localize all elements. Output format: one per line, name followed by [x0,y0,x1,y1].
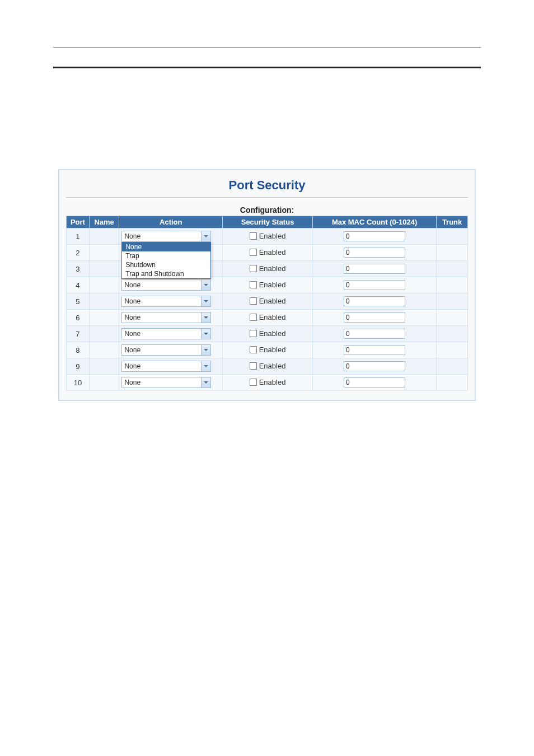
trunk-cell [437,245,468,261]
action-select-value: None [122,345,201,355]
action-select[interactable]: NoneNoneTrapShutdownTrap and Shutdown [121,231,211,242]
enabled-checkbox[interactable]: Enabled [250,362,286,370]
port-cell: 3 [67,261,90,277]
header-divider-thick [53,67,481,68]
name-cell [89,293,119,310]
name-cell [89,261,119,277]
action-select[interactable]: None [121,296,211,307]
action-select[interactable]: None [121,361,211,372]
action-select-value: None [122,231,201,241]
security-status-cell: Enabled [223,245,313,261]
max-mac-input[interactable] [344,377,405,388]
action-option[interactable]: Shutdown [122,260,210,269]
checkbox-icon[interactable] [250,232,257,240]
action-cell: None [119,310,223,326]
action-select[interactable]: None [121,312,211,323]
name-cell [89,310,119,326]
action-option[interactable]: Trap [122,251,210,260]
enabled-checkbox[interactable]: Enabled [250,346,286,354]
action-select[interactable]: None [121,328,211,339]
security-status-cell: Enabled [223,326,313,342]
max-mac-cell [313,326,437,342]
enabled-checkbox[interactable]: Enabled [250,313,286,321]
port-cell: 4 [67,277,90,293]
name-cell [89,375,119,391]
title-underline [66,197,468,198]
table-row: 6NoneEnabled [67,310,468,326]
port-cell: 10 [67,375,90,391]
column-header-trunk: Trunk [437,216,468,228]
enabled-checkbox-label: Enabled [259,362,286,370]
action-select[interactable]: None [121,377,211,388]
checkbox-icon[interactable] [250,297,257,305]
action-select-value: None [122,312,201,323]
action-select[interactable]: None [121,279,211,291]
checkbox-icon[interactable] [250,362,257,370]
security-status-cell: Enabled [223,342,313,358]
security-status-cell: Enabled [223,293,313,310]
enabled-checkbox-label: Enabled [259,232,286,240]
max-mac-input[interactable] [344,345,405,355]
checkbox-icon[interactable] [250,265,257,272]
security-status-cell: Enabled [223,228,313,245]
checkbox-icon[interactable] [250,379,257,386]
chevron-down-icon[interactable] [201,312,210,323]
action-select-value: None [122,329,201,339]
checkbox-icon[interactable] [250,314,257,321]
enabled-checkbox[interactable]: Enabled [250,297,286,305]
max-mac-cell [313,310,437,326]
max-mac-input[interactable] [344,264,405,274]
max-mac-input[interactable] [344,280,405,290]
table-row: 1NoneNoneTrapShutdownTrap and ShutdownEn… [67,228,468,245]
enabled-checkbox[interactable]: Enabled [250,248,286,256]
table-row: 5NoneEnabled [67,293,468,310]
enabled-checkbox-label: Enabled [259,378,286,386]
column-header-name: Name [89,216,119,228]
max-mac-input[interactable] [344,248,405,258]
max-mac-cell [313,245,437,261]
chevron-down-icon[interactable] [201,377,210,388]
max-mac-input[interactable] [344,231,405,241]
security-status-cell: Enabled [223,277,313,293]
header-divider-thin [53,47,481,48]
action-select[interactable]: None [121,344,211,356]
max-mac-input[interactable] [344,312,405,323]
action-cell: None [119,342,223,358]
trunk-cell [437,293,468,310]
chevron-down-icon[interactable] [201,296,210,306]
action-dropdown-list[interactable]: NoneTrapShutdownTrap and Shutdown [121,242,211,279]
checkbox-icon[interactable] [250,249,257,256]
chevron-down-icon[interactable] [201,280,210,290]
enabled-checkbox[interactable]: Enabled [250,281,286,289]
max-mac-input[interactable] [344,361,405,371]
trunk-cell [437,326,468,342]
checkbox-icon[interactable] [250,281,257,288]
action-cell: NoneNoneTrapShutdownTrap and Shutdown [119,228,223,245]
max-mac-input[interactable] [344,329,405,339]
name-cell [89,342,119,358]
chevron-down-icon[interactable] [201,329,210,339]
checkbox-icon[interactable] [250,346,257,353]
enabled-checkbox[interactable]: Enabled [250,329,286,338]
port-cell: 5 [67,293,90,310]
action-select-value: None [122,361,201,371]
action-cell: None [119,358,223,375]
port-security-panel: Port Security Configuration: Port Name A… [58,169,476,401]
trunk-cell [437,310,468,326]
checkbox-icon[interactable] [250,330,257,337]
chevron-down-icon[interactable] [201,345,210,355]
column-header-max-mac: Max MAC Count (0-1024) [313,216,437,228]
enabled-checkbox[interactable]: Enabled [250,264,286,273]
max-mac-cell [313,277,437,293]
action-option[interactable]: Trap and Shutdown [122,269,210,278]
action-select-value: None [122,280,201,290]
enabled-checkbox[interactable]: Enabled [250,378,286,386]
chevron-down-icon[interactable] [201,361,210,371]
name-cell [89,326,119,342]
enabled-checkbox[interactable]: Enabled [250,232,286,240]
action-option[interactable]: None [122,242,210,251]
chevron-down-icon[interactable] [201,231,210,241]
security-status-cell: Enabled [223,310,313,326]
enabled-checkbox-label: Enabled [259,297,286,305]
max-mac-input[interactable] [344,296,405,306]
